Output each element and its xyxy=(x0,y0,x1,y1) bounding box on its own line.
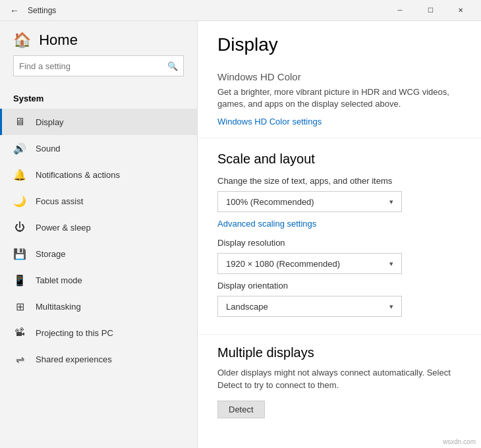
system-label: System xyxy=(0,91,197,109)
sidebar-item-sound[interactable]: 🔊 Sound xyxy=(0,135,197,161)
sidebar-item-label: Notifications & actions xyxy=(36,170,120,180)
sidebar-item-notifications[interactable]: 🔔 Notifications & actions xyxy=(0,161,197,188)
sidebar-item-label: Sound xyxy=(36,144,61,154)
resolution-dropdown-arrow: ▾ xyxy=(389,260,393,268)
content-header: Display xyxy=(198,21,481,65)
notifications-icon: 🔔 xyxy=(13,168,26,181)
scale-layout-title: Scale and layout xyxy=(217,152,461,167)
multiple-displays-section: Multiple displays Older displays might n… xyxy=(198,335,481,424)
shared-experiences-icon: ⇌ xyxy=(13,352,26,366)
sidebar-item-label: Shared experiences xyxy=(36,354,112,364)
sidebar: 🏠 DisplayHome 🔍 System 🖥 Display 🔊 Sound… xyxy=(0,21,198,448)
focus-assist-icon: 🌙 xyxy=(13,194,26,208)
multiple-displays-title: Multiple displays xyxy=(217,345,461,360)
sidebar-item-projecting[interactable]: 📽 Projecting to this PC xyxy=(0,320,197,346)
advanced-scaling-link[interactable]: Advanced scaling settings xyxy=(217,219,461,229)
sidebar-item-label: Projecting to this PC xyxy=(36,328,113,338)
resolution-label: Display resolution xyxy=(217,238,461,248)
sidebar-item-tablet-mode[interactable]: 📱 Tablet mode xyxy=(0,267,197,293)
sidebar-item-multitasking[interactable]: ⊞ Multitasking xyxy=(0,293,197,320)
projecting-icon: 📽 xyxy=(13,326,26,339)
titlebar-title: Settings xyxy=(24,6,385,15)
orientation-dropdown[interactable]: Landscape ▾ xyxy=(217,296,402,317)
sound-icon: 🔊 xyxy=(13,142,26,155)
size-label: Change the size of text, apps, and other… xyxy=(217,176,461,186)
resolution-dropdown[interactable]: 1920 × 1080 (Recommended) ▾ xyxy=(217,253,402,274)
titlebar: ← Settings ─ ☐ ✕ xyxy=(0,0,481,21)
sidebar-item-label: Display xyxy=(36,117,64,127)
sidebar-item-focus-assist[interactable]: 🌙 Focus assist xyxy=(0,188,197,214)
size-dropdown-value: 100% (Recommended) xyxy=(226,197,314,207)
page-title: Display xyxy=(217,34,461,55)
sidebar-item-label: Multitasking xyxy=(36,302,81,312)
hd-color-link[interactable]: Windows HD Color settings xyxy=(217,117,322,126)
multitasking-icon: ⊞ xyxy=(13,300,26,313)
minimize-button[interactable]: ─ xyxy=(385,0,415,21)
storage-icon: 💾 xyxy=(13,247,26,260)
tablet-mode-icon: 📱 xyxy=(13,273,26,287)
resolution-dropdown-value: 1920 × 1080 (Recommended) xyxy=(226,259,340,269)
close-button[interactable]: ✕ xyxy=(445,0,476,21)
power-sleep-icon: ⏻ xyxy=(13,221,26,234)
hd-color-subtitle: Windows HD Color xyxy=(217,71,461,82)
search-box[interactable]: 🔍 xyxy=(13,55,184,76)
orientation-dropdown-arrow: ▾ xyxy=(389,302,393,311)
detect-button[interactable]: Detect xyxy=(217,401,265,418)
display-icon: 🖥 xyxy=(13,115,26,128)
sidebar-item-label: Focus assist xyxy=(36,196,83,206)
orientation-label: Display orientation xyxy=(217,281,461,291)
content-area: Display Windows HD Color Get a brighter,… xyxy=(198,21,481,448)
search-icon: 🔍 xyxy=(167,61,178,71)
hd-color-description: Get a brighter, more vibrant picture in … xyxy=(217,86,461,110)
orientation-dropdown-value: Landscape xyxy=(226,302,268,312)
sidebar-item-label: Power & sleep xyxy=(36,223,91,233)
size-dropdown-arrow: ▾ xyxy=(389,198,393,206)
main-layout: 🏠 DisplayHome 🔍 System 🖥 Display 🔊 Sound… xyxy=(0,21,481,448)
sidebar-item-label: Tablet mode xyxy=(36,275,82,285)
multiple-displays-description: Older displays might not always connect … xyxy=(217,367,461,391)
hd-color-section: Windows HD Color Get a brighter, more vi… xyxy=(198,65,481,138)
sidebar-item-shared-experiences[interactable]: ⇌ Shared experiences xyxy=(0,346,197,372)
sidebar-item-power-sleep[interactable]: ⏻ Power & sleep xyxy=(0,214,197,240)
restore-button[interactable]: ☐ xyxy=(415,0,445,21)
search-input[interactable] xyxy=(19,61,167,71)
sidebar-header: 🏠 DisplayHome 🔍 xyxy=(0,21,197,91)
size-dropdown[interactable]: 100% (Recommended) ▾ xyxy=(217,191,402,212)
sidebar-item-storage[interactable]: 💾 Storage xyxy=(0,240,197,267)
sidebar-item-label: Storage xyxy=(36,249,66,259)
sidebar-item-display[interactable]: 🖥 Display xyxy=(0,109,197,135)
scale-layout-section: Scale and layout Change the size of text… xyxy=(198,138,481,335)
home-link[interactable]: 🏠 DisplayHome xyxy=(13,32,184,49)
window-controls: ─ ☐ ✕ xyxy=(385,0,476,21)
back-button[interactable]: ← xyxy=(5,1,24,20)
watermark: wsxdn.com xyxy=(443,438,476,445)
